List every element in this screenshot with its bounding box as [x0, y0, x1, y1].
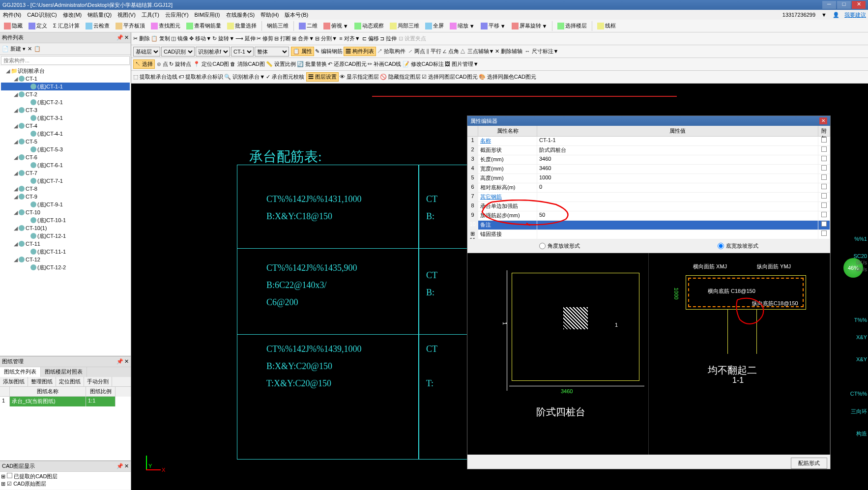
tb-viewrebar[interactable]: 查看钢筋量 — [184, 21, 223, 30]
menu-version[interactable]: 版本号(B) — [284, 11, 309, 19]
layer-item[interactable]: ⊞ 已提取的CAD图层 — [1, 473, 130, 480]
tree-node[interactable]: ◢CT-10(1) — [1, 224, 130, 232]
tb-locatecad[interactable]: 📍 定位CAD图 — [193, 60, 229, 68]
property-close-button[interactable]: ✕ — [819, 117, 827, 124]
tb-flush[interactable]: 平齐板顶 — [114, 21, 147, 30]
tree-node[interactable]: ◢CT-2 — [1, 90, 130, 98]
property-row[interactable]: 4宽度(mm)3460 — [467, 165, 830, 174]
tb-setscale[interactable]: 📏 设置比例 — [266, 60, 296, 68]
tb-rebar3d[interactable]: 钢筋三维 — [265, 21, 290, 30]
close-button[interactable]: ✕ — [852, 1, 866, 9]
menu-component[interactable]: 构件(N) — [2, 11, 22, 19]
property-row[interactable]: 7其它钢筋 — [467, 193, 830, 202]
user-icon[interactable]: 👤 — [832, 12, 840, 18]
property-row[interactable]: 1名称CT-1-1 — [467, 137, 830, 146]
tree-node[interactable]: ◢CT-4 — [1, 122, 130, 130]
tree-node[interactable]: (底)CT-12-2 — [1, 263, 130, 271]
tb-merge[interactable]: ⊞ 合并▼ — [292, 35, 314, 42]
tb-extract-mark[interactable]: 🏷 提取桩承台标识 — [178, 73, 223, 81]
tb-copy[interactable]: 📋 复制 — [151, 35, 170, 42]
tb-mirror[interactable]: ◫ 镜像 — [171, 35, 188, 42]
tree-node[interactable]: (底)CT-11-1 — [1, 248, 130, 256]
menu-cad[interactable]: CAD识别(C) — [26, 11, 58, 19]
menu-rebar[interactable]: 钢筋量(Q) — [87, 11, 113, 19]
tb-restorecad[interactable]: ↶ 还原CAD图元 — [328, 60, 367, 68]
whole-select[interactable]: 整体 — [255, 47, 289, 57]
ct-select[interactable]: CT-1 — [231, 47, 254, 57]
tree-node[interactable]: (底)CT-7-1 — [1, 177, 130, 185]
maximize-button[interactable]: □ — [837, 1, 851, 9]
tb-stretch[interactable]: ⊐ 拉伸 — [380, 35, 397, 42]
suggest-link[interactable]: 我要建议 — [844, 11, 866, 19]
panel-close-icon[interactable]: ✕ — [124, 34, 129, 41]
radio-angle[interactable]: 角度放坡形式 — [539, 242, 580, 250]
menu-help[interactable]: 帮助(H) — [260, 11, 280, 19]
tree-node[interactable]: ◢CT-12 — [1, 256, 130, 263]
tb-top[interactable]: 俯视▼ — [321, 21, 350, 30]
tb-point[interactable]: ⊙ 点 — [157, 60, 168, 68]
menu-cloud[interactable]: 云应用(Y) — [164, 11, 190, 19]
tb-rotate[interactable]: ↻ 旋转▼ — [212, 35, 234, 42]
floor-select[interactable]: 基础层 — [133, 47, 160, 57]
tb-grip[interactable]: ⊡ 设置夹点 — [399, 35, 426, 42]
tb-2d[interactable]: 二维 — [297, 21, 319, 30]
tb-wireframe[interactable]: 线框 — [595, 21, 618, 30]
tree-node[interactable]: ◢CT-8 — [1, 185, 130, 193]
tree-node[interactable]: ◢CT-7 — [1, 169, 130, 177]
tb-move[interactable]: ✥ 移动▼ — [189, 35, 211, 42]
tb-fullscreen[interactable]: 全屏 — [423, 21, 446, 30]
add-drawing-button[interactable]: 添加图纸 — [0, 377, 28, 386]
copy-icon[interactable]: 📋 — [34, 46, 41, 52]
tree-node[interactable]: ◢📁识别桩承台 — [1, 67, 130, 75]
organize-button[interactable]: 整理图纸 — [28, 377, 56, 386]
tb-imagemanage[interactable]: 🖼 图片管理▼ — [445, 60, 479, 68]
tb-split[interactable]: ⊟ 分割▼ — [315, 35, 337, 42]
property-row[interactable]: ⊞ 11锚固搭接 — [467, 230, 830, 239]
tb-hidelayer[interactable]: 🚫 隐藏指定图层 — [380, 73, 421, 81]
tab-floor-map[interactable]: 图纸楼层对照表 — [41, 367, 87, 377]
rebar-form-button[interactable]: 配筋形式 — [791, 458, 827, 469]
minimize-button[interactable]: ─ — [822, 1, 836, 9]
menu-tools[interactable]: 工具(T) — [141, 11, 160, 19]
tb-edit-rebar[interactable]: ✎ 编辑钢筋 — [315, 48, 343, 55]
tree-node[interactable]: (底)CT-3-1 — [1, 114, 130, 122]
tb-dimension[interactable]: ↔ 尺寸标注▼ — [524, 48, 558, 55]
pin-icon[interactable]: 📌 — [116, 463, 123, 469]
tb-local3d[interactable]: 局部三维 — [388, 21, 421, 30]
tree-node[interactable]: ◢CT-9 — [1, 193, 130, 201]
menu-modify[interactable]: 修改(M) — [62, 11, 83, 19]
tree-node[interactable]: ◢CT-1 — [1, 75, 130, 83]
delete-icon[interactable]: ✕ — [28, 46, 32, 52]
tree-node[interactable]: (底)CT-2-1 — [1, 98, 130, 106]
tree-node[interactable]: (底)CT-5-3 — [1, 145, 130, 153]
property-row[interactable]: 6相对底标高(m)0 — [467, 183, 830, 193]
tree-node[interactable]: (底)CT-10-1 — [1, 216, 130, 224]
property-row[interactable]: 10备注 — [467, 221, 830, 230]
tb-delete[interactable]: ✂ 删除 — [133, 35, 150, 42]
tb-break[interactable]: ⊟ 打断 — [274, 35, 291, 42]
tb-cloudcheck[interactable]: 云检查 — [84, 21, 112, 30]
tb-trim[interactable]: ✂ 修剪 — [257, 35, 273, 42]
tb-modifycad[interactable]: 📝 修改CAD标注 — [403, 60, 444, 68]
tb-batchselect[interactable]: 批量选择 — [225, 21, 259, 30]
tb-sum[interactable]: Σ 汇总计算 — [51, 21, 82, 30]
tb-extend[interactable]: ⟶ 延伸 — [235, 35, 256, 42]
property-row[interactable]: 8承台单边加强筋 — [467, 202, 830, 211]
tab-file-list[interactable]: 图纸文件列表 — [0, 367, 41, 377]
tb-orbit[interactable]: 动态观察 — [352, 21, 386, 30]
tb-drawcad[interactable]: ✏ 补画CAD线 — [368, 60, 401, 68]
tb-zoom[interactable]: 缩放▼ — [448, 21, 477, 30]
tb-layersettings[interactable]: ☰ 图层设置 — [306, 72, 339, 82]
property-row[interactable]: 2截面形状阶式四桩台 — [467, 146, 830, 155]
tree-node[interactable]: (底)CT-6-1 — [1, 161, 130, 169]
tree-node[interactable]: ◢CT-6 — [1, 153, 130, 161]
identify-select[interactable]: 识别桩承f — [196, 47, 230, 57]
tb-threepoint[interactable]: △ 三点辅轴▼ — [460, 48, 494, 55]
tree-node[interactable]: ◢CT-11 — [1, 240, 130, 248]
tb-selectlayer[interactable]: ☑ 选择同图层CAD图元 — [422, 73, 477, 81]
layer-item[interactable]: ⊞ ☑ CAD原始图层 — [1, 480, 130, 488]
property-row[interactable]: 3长度(mm)3460 — [467, 155, 830, 165]
drawing-row[interactable]: 1 承台_t3(当前图纸) 1:1 — [0, 397, 131, 406]
tb-rotate[interactable]: 屏幕旋转▼ — [510, 21, 550, 30]
tb-delaxis[interactable]: ✕ 删除辅轴 — [495, 48, 522, 55]
